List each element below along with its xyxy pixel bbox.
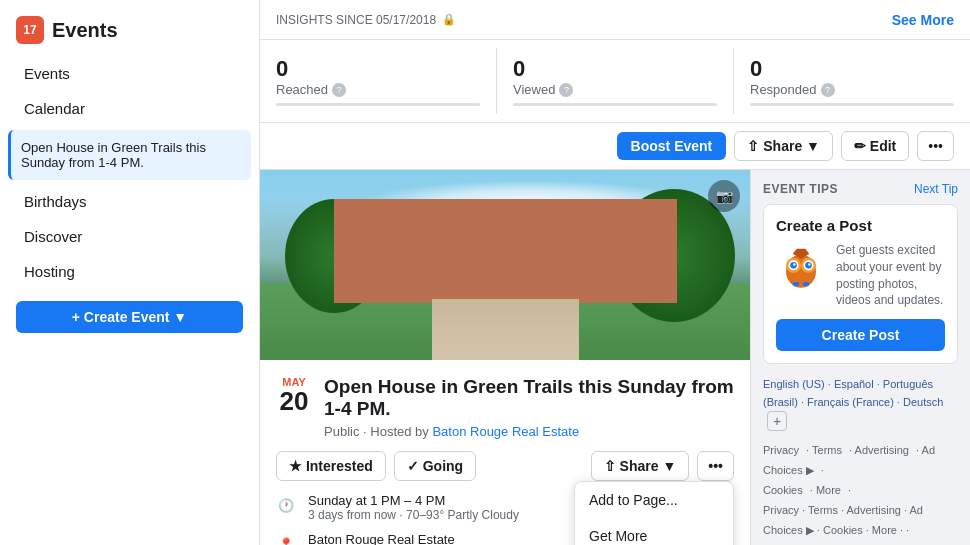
location-icon: 📍 xyxy=(276,534,296,545)
responded-info-icon[interactable]: ? xyxy=(821,83,835,97)
sidebar-item-birthdays[interactable]: Birthdays xyxy=(8,185,251,218)
share-button[interactable]: ⇧ Share ▼ xyxy=(734,131,833,161)
reached-info-icon[interactable]: ? xyxy=(332,83,346,97)
see-more-link[interactable]: See More xyxy=(892,12,954,28)
create-post-description: Get guests excited about your event by p… xyxy=(836,242,945,309)
footer-copyright: Privacy · Terms · Advertising · Ad Choic… xyxy=(763,504,923,545)
interested-button[interactable]: ★ Interested xyxy=(276,451,386,481)
sidebar-item-events[interactable]: Events xyxy=(8,57,251,90)
metric-responded: 0 Responded ? xyxy=(734,48,970,114)
sidebar-item-discover[interactable]: Discover xyxy=(8,220,251,253)
viewed-count: 0 xyxy=(513,56,525,81)
event-date-row: MAY 20 Open House in Green Trails this S… xyxy=(276,376,734,439)
sidebar-header: 17 Events xyxy=(0,12,259,56)
lang-espanol[interactable]: Español xyxy=(834,378,874,390)
event-tips-title: EVENT TIPS xyxy=(763,182,838,196)
event-title: Open House in Green Trails this Sunday f… xyxy=(324,376,734,420)
svg-rect-10 xyxy=(793,282,800,286)
more-event-button[interactable]: ••• xyxy=(697,451,734,481)
share-icon: ⇧ xyxy=(747,138,759,154)
event-tips-header: EVENT TIPS Next Tip xyxy=(763,182,958,196)
lang-english[interactable]: English (US) xyxy=(763,378,825,390)
create-event-button[interactable]: + Create Event ▼ xyxy=(16,301,243,333)
event-info-section: MAY 20 Open House in Green Trails this S… xyxy=(260,360,750,545)
lang-french[interactable]: Français (France) xyxy=(807,396,894,408)
owl-icon xyxy=(776,242,826,292)
house-body xyxy=(334,199,677,304)
more-dropdown-menu: Add to Page... Get More Responses xyxy=(574,481,734,545)
camera-icon[interactable]: 📷 xyxy=(708,180,740,212)
dropdown-add-to-page[interactable]: Add to Page... xyxy=(575,482,733,518)
event-image: 📷 xyxy=(260,170,750,360)
viewed-label: Viewed ? xyxy=(513,82,717,97)
clock-icon: 🕐 xyxy=(276,495,296,515)
event-date-block: MAY 20 xyxy=(276,376,312,414)
lock-icon: 🔒 xyxy=(442,13,456,26)
language-section: English (US) · Español · Português (Bras… xyxy=(763,376,958,431)
event-toolbar: Boost Event ⇧ Share ▼ ✏ Edit ••• xyxy=(260,123,970,170)
metric-reached: 0 Reached ? xyxy=(260,48,497,114)
footer-links: Privacy · Terms · Advertising · Ad Choic… xyxy=(763,441,958,545)
sidebar-item-hosting[interactable]: Hosting xyxy=(8,255,251,288)
footer-advertising[interactable]: Advertising xyxy=(855,444,909,456)
svg-point-8 xyxy=(808,263,811,266)
responded-label: Responded ? xyxy=(750,82,954,97)
sidebar: 17 Events Events Calendar Open House in … xyxy=(0,0,260,545)
event-hosted-by: Public · Hosted by Baton Rouge Real Esta… xyxy=(324,424,734,439)
reached-bar xyxy=(276,103,480,106)
sidebar-item-calendar[interactable]: Calendar xyxy=(8,92,251,125)
main-content: INSIGHTS SINCE 05/17/2018 🔒 See More 0 R… xyxy=(260,0,970,545)
next-tip-link[interactable]: Next Tip xyxy=(914,182,958,196)
host-link[interactable]: Baton Rouge Real Estate xyxy=(432,424,579,439)
insights-label: INSIGHTS SINCE 05/17/2018 🔒 xyxy=(276,13,456,27)
insights-bar: INSIGHTS SINCE 05/17/2018 🔒 See More xyxy=(260,0,970,40)
svg-rect-11 xyxy=(803,282,810,286)
event-detail-panel: 📷 MAY 20 Open House in Green Trails this… xyxy=(260,170,750,545)
create-post-body: Get guests excited about your event by p… xyxy=(776,242,945,309)
language-add-button[interactable]: + xyxy=(767,411,787,431)
event-title-block: Open House in Green Trails this Sunday f… xyxy=(324,376,734,439)
event-day: 20 xyxy=(276,388,312,414)
events-calendar-icon: 17 xyxy=(16,16,44,44)
create-post-title: Create a Post xyxy=(776,217,945,234)
responded-bar xyxy=(750,103,954,106)
reached-count: 0 xyxy=(276,56,288,81)
footer-terms[interactable]: Terms xyxy=(812,444,842,456)
footer-more[interactable]: More xyxy=(816,484,841,496)
reached-label: Reached ? xyxy=(276,82,480,97)
right-sidebar: EVENT TIPS Next Tip Create a Post xyxy=(750,170,970,545)
event-time-label: Sunday at 1 PM – 4 PM xyxy=(308,493,519,508)
edit-button[interactable]: ✏ Edit xyxy=(841,131,909,161)
content-area: 📷 MAY 20 Open House in Green Trails this… xyxy=(260,170,970,545)
create-post-card: Create a Post xyxy=(763,204,958,364)
share-event-button[interactable]: ⇧ Share ▼ xyxy=(591,451,690,481)
sidebar-title: Events xyxy=(52,19,118,42)
driveway xyxy=(432,299,579,360)
lang-deutsch[interactable]: Deutsch xyxy=(903,396,943,408)
footer-cookies[interactable]: Cookies xyxy=(763,484,803,496)
sidebar-selected-event[interactable]: Open House in Green Trails this Sunday f… xyxy=(8,130,251,180)
viewed-bar xyxy=(513,103,717,106)
viewed-info-icon[interactable]: ? xyxy=(559,83,573,97)
create-post-button[interactable]: Create Post xyxy=(776,319,945,351)
metric-viewed: 0 Viewed ? xyxy=(497,48,734,114)
event-time-sub: 3 days from now · 70–93° Partly Cloudy xyxy=(308,508,519,522)
responded-count: 0 xyxy=(750,56,762,81)
footer-privacy[interactable]: Privacy xyxy=(763,444,799,456)
metrics-row: 0 Reached ? 0 Viewed ? 0 Responded ? xyxy=(260,40,970,123)
svg-point-7 xyxy=(793,263,796,266)
dropdown-get-more-responses[interactable]: Get More Responses xyxy=(575,518,733,545)
boost-event-button[interactable]: Boost Event xyxy=(617,132,727,160)
going-button[interactable]: ✓ Going xyxy=(394,451,476,481)
event-action-buttons: ★ Interested ✓ Going ⇧ Share ▼ ••• Add t… xyxy=(276,451,734,481)
more-options-button-toolbar[interactable]: ••• xyxy=(917,131,954,161)
more-event-wrapper: ••• Add to Page... Get More Responses xyxy=(697,451,734,481)
event-time-info: Sunday at 1 PM – 4 PM 3 days from now · … xyxy=(308,493,519,522)
